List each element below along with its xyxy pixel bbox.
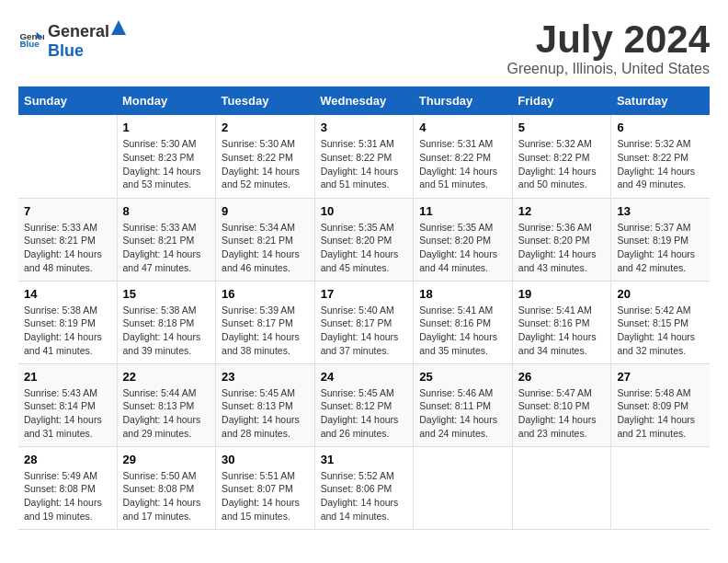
day-info: Sunrise: 5:41 AM Sunset: 8:16 PM Dayligh… — [419, 304, 506, 358]
calendar-cell: 9Sunrise: 5:34 AM Sunset: 8:21 PM Daylig… — [216, 198, 315, 281]
calendar-cell: 2Sunrise: 5:30 AM Sunset: 8:22 PM Daylig… — [216, 115, 315, 198]
day-number: 11 — [419, 204, 506, 218]
day-number: 6 — [617, 121, 704, 134]
day-number: 13 — [617, 204, 704, 218]
calendar-cell — [512, 446, 611, 529]
day-number: 31 — [321, 453, 408, 466]
day-number: 28 — [24, 453, 111, 466]
calendar-cell: 30Sunrise: 5:51 AM Sunset: 8:07 PM Dayli… — [216, 446, 315, 529]
day-number: 4 — [419, 121, 506, 134]
day-info: Sunrise: 5:31 AM Sunset: 8:22 PM Dayligh… — [419, 137, 506, 191]
calendar-cell: 15Sunrise: 5:38 AM Sunset: 8:18 PM Dayli… — [117, 281, 216, 363]
weekday-header: Tuesday — [216, 86, 315, 115]
calendar-cell: 29Sunrise: 5:50 AM Sunset: 8:08 PM Dayli… — [117, 446, 216, 529]
logo-blue: Blue — [48, 41, 84, 60]
day-number: 20 — [617, 287, 704, 301]
logo: General Blue General Blue — [18, 18, 128, 61]
day-number: 2 — [222, 121, 309, 134]
header: General Blue General Blue July 2024 Gree… — [18, 18, 710, 77]
calendar-cell: 10Sunrise: 5:35 AM Sunset: 8:20 PM Dayli… — [314, 198, 414, 281]
calendar-cell: 31Sunrise: 5:52 AM Sunset: 8:06 PM Dayli… — [314, 446, 414, 529]
title-block: July 2024 Greenup, Illinois, United Stat… — [506, 18, 710, 77]
logo-general: General — [48, 22, 109, 41]
calendar-cell: 3Sunrise: 5:31 AM Sunset: 8:22 PM Daylig… — [314, 115, 414, 198]
weekday-header: Wednesday — [314, 86, 414, 115]
calendar-cell: 8Sunrise: 5:33 AM Sunset: 8:21 PM Daylig… — [117, 198, 216, 281]
weekday-header: Monday — [117, 86, 216, 115]
day-info: Sunrise: 5:35 AM Sunset: 8:20 PM Dayligh… — [321, 221, 408, 275]
calendar-cell: 22Sunrise: 5:44 AM Sunset: 8:13 PM Dayli… — [117, 363, 216, 446]
day-info: Sunrise: 5:39 AM Sunset: 8:17 PM Dayligh… — [222, 304, 309, 358]
calendar-cell: 28Sunrise: 5:49 AM Sunset: 8:08 PM Dayli… — [18, 446, 117, 529]
day-info: Sunrise: 5:33 AM Sunset: 8:21 PM Dayligh… — [123, 221, 210, 275]
calendar-cell: 5Sunrise: 5:32 AM Sunset: 8:22 PM Daylig… — [512, 115, 611, 198]
day-info: Sunrise: 5:47 AM Sunset: 8:10 PM Dayligh… — [518, 386, 606, 441]
calendar-cell: 11Sunrise: 5:35 AM Sunset: 8:20 PM Dayli… — [414, 198, 513, 281]
day-info: Sunrise: 5:30 AM Sunset: 8:22 PM Dayligh… — [222, 137, 309, 191]
calendar-cell: 14Sunrise: 5:38 AM Sunset: 8:19 PM Dayli… — [18, 281, 117, 363]
calendar-cell: 4Sunrise: 5:31 AM Sunset: 8:22 PM Daylig… — [414, 115, 513, 198]
day-info: Sunrise: 5:45 AM Sunset: 8:12 PM Dayligh… — [321, 386, 408, 441]
day-number: 23 — [222, 370, 309, 384]
calendar-cell: 7Sunrise: 5:33 AM Sunset: 8:21 PM Daylig… — [18, 198, 117, 281]
calendar-cell: 6Sunrise: 5:32 AM Sunset: 8:22 PM Daylig… — [611, 115, 710, 198]
day-number: 12 — [518, 204, 606, 218]
day-info: Sunrise: 5:35 AM Sunset: 8:20 PM Dayligh… — [419, 221, 506, 275]
day-info: Sunrise: 5:50 AM Sunset: 8:08 PM Dayligh… — [123, 469, 210, 523]
day-info: Sunrise: 5:38 AM Sunset: 8:19 PM Dayligh… — [24, 304, 111, 358]
weekday-header: Thursday — [414, 86, 513, 115]
day-number: 19 — [518, 287, 606, 301]
logo-icon: General Blue — [18, 27, 44, 52]
day-info: Sunrise: 5:51 AM Sunset: 8:07 PM Dayligh… — [222, 469, 309, 523]
day-info: Sunrise: 5:37 AM Sunset: 8:19 PM Dayligh… — [617, 221, 704, 275]
calendar-cell: 23Sunrise: 5:45 AM Sunset: 8:13 PM Dayli… — [216, 363, 315, 446]
day-number: 18 — [419, 287, 506, 301]
calendar-cell: 16Sunrise: 5:39 AM Sunset: 8:17 PM Dayli… — [216, 281, 315, 363]
day-number: 24 — [321, 370, 408, 384]
day-number: 1 — [123, 121, 210, 134]
day-info: Sunrise: 5:34 AM Sunset: 8:21 PM Dayligh… — [222, 221, 309, 275]
subtitle: Greenup, Illinois, United States — [506, 61, 710, 77]
calendar-cell: 19Sunrise: 5:41 AM Sunset: 8:16 PM Dayli… — [512, 281, 611, 363]
day-number: 30 — [222, 453, 309, 466]
calendar-cell: 25Sunrise: 5:46 AM Sunset: 8:11 PM Dayli… — [414, 363, 513, 446]
day-number: 16 — [222, 287, 309, 301]
calendar-week-row: 21Sunrise: 5:43 AM Sunset: 8:14 PM Dayli… — [18, 363, 710, 446]
calendar-week-row: 1Sunrise: 5:30 AM Sunset: 8:23 PM Daylig… — [18, 115, 710, 198]
day-info: Sunrise: 5:40 AM Sunset: 8:17 PM Dayligh… — [321, 304, 408, 358]
day-number: 5 — [518, 121, 606, 134]
svg-marker-2 — [111, 20, 126, 35]
day-number: 17 — [321, 287, 408, 301]
day-number: 8 — [123, 204, 210, 218]
svg-text:Blue: Blue — [19, 39, 40, 49]
day-number: 9 — [222, 204, 309, 218]
calendar-cell: 24Sunrise: 5:45 AM Sunset: 8:12 PM Dayli… — [314, 363, 414, 446]
calendar-table: SundayMondayTuesdayWednesdayThursdayFrid… — [18, 86, 710, 530]
day-info: Sunrise: 5:38 AM Sunset: 8:18 PM Dayligh… — [123, 304, 210, 358]
calendar-week-row: 28Sunrise: 5:49 AM Sunset: 8:08 PM Dayli… — [18, 446, 710, 529]
day-info: Sunrise: 5:49 AM Sunset: 8:08 PM Dayligh… — [24, 469, 111, 523]
calendar-week-row: 14Sunrise: 5:38 AM Sunset: 8:19 PM Dayli… — [18, 281, 710, 363]
day-info: Sunrise: 5:44 AM Sunset: 8:13 PM Dayligh… — [123, 386, 210, 441]
day-number: 10 — [321, 204, 408, 218]
calendar-cell: 18Sunrise: 5:41 AM Sunset: 8:16 PM Dayli… — [414, 281, 513, 363]
day-number: 7 — [24, 204, 111, 218]
weekday-header: Saturday — [611, 86, 710, 115]
day-info: Sunrise: 5:52 AM Sunset: 8:06 PM Dayligh… — [321, 469, 408, 523]
day-info: Sunrise: 5:43 AM Sunset: 8:14 PM Dayligh… — [24, 386, 111, 441]
calendar-cell: 21Sunrise: 5:43 AM Sunset: 8:14 PM Dayli… — [18, 363, 117, 446]
logo-triangle — [109, 18, 128, 37]
day-info: Sunrise: 5:30 AM Sunset: 8:23 PM Dayligh… — [123, 137, 210, 191]
day-number: 15 — [123, 287, 210, 301]
calendar-cell — [414, 446, 513, 529]
day-number: 14 — [24, 287, 111, 301]
calendar-cell — [18, 115, 117, 198]
day-info: Sunrise: 5:42 AM Sunset: 8:15 PM Dayligh… — [617, 304, 704, 358]
day-info: Sunrise: 5:36 AM Sunset: 8:20 PM Dayligh… — [518, 221, 606, 275]
day-info: Sunrise: 5:31 AM Sunset: 8:22 PM Dayligh… — [321, 137, 408, 191]
calendar-cell: 27Sunrise: 5:48 AM Sunset: 8:09 PM Dayli… — [611, 363, 710, 446]
calendar-cell: 1Sunrise: 5:30 AM Sunset: 8:23 PM Daylig… — [117, 115, 216, 198]
day-info: Sunrise: 5:33 AM Sunset: 8:21 PM Dayligh… — [24, 221, 111, 275]
day-info: Sunrise: 5:32 AM Sunset: 8:22 PM Dayligh… — [518, 137, 606, 191]
day-info: Sunrise: 5:46 AM Sunset: 8:11 PM Dayligh… — [419, 386, 506, 441]
